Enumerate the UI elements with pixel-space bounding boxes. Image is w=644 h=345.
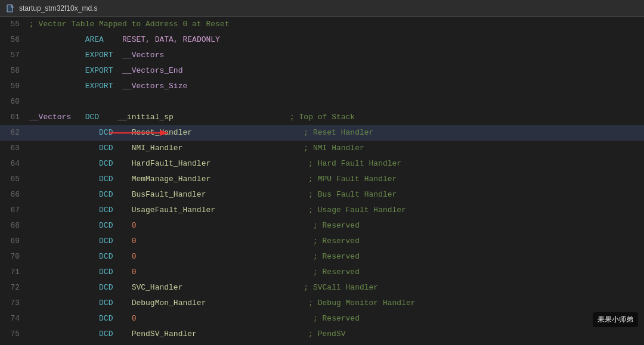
line-content: DCD BusFault_Handler ; Bus Fault Handler [27,187,644,203]
line-content: ; Vector Table Mapped to Address 0 at Re… [27,17,644,32]
code-line: 70 DCD 0 ; Reserved [0,249,644,265]
line-number: 58 [0,63,27,79]
line-number: 61 [0,110,27,125]
file-icon [6,4,16,13]
line-content: EXPORT __Vectors_End [27,63,644,79]
line-content: DCD NMI_Handler ; NMI Handler [27,141,644,156]
code-line: 67 DCD UsageFault_Handler ; Usage Fault … [0,203,644,218]
code-line: 61__Vectors DCD __initial_sp ; Top of St… [0,110,644,125]
line-number: 73 [0,296,27,311]
tab-filename: startup_stm32f10x_md.s [19,4,97,13]
line-number: 71 [0,265,27,280]
line-number: 57 [0,48,27,63]
line-content: DCD 0 ; Reserved [27,249,644,265]
line-content: DCD 0 ; Reserved [27,234,644,249]
line-number: 65 [0,172,27,187]
line-content: DCD 0 ; Reserved [27,218,644,234]
line-content: __Vectors DCD __initial_sp ; Top of Stac… [27,110,644,125]
line-content: DCD UsageFault_Handler ; Usage Fault Han… [27,203,644,218]
code-line: 59 EXPORT __Vectors_Size [0,79,644,94]
line-number: 75 [0,327,27,342]
code-line: 76 DCD SysTick_Handler ; SysTick Handler [0,342,644,345]
line-content: DCD DebugMon_Handler ; Debug Monitor Han… [27,296,644,311]
code-line: 64 DCD HardFault_Handler ; Hard Fault Ha… [0,156,644,172]
line-content: DCD SVC_Handler ; SVCall Handler [27,280,644,296]
line-content: DCD HardFault_Handler ; Hard Fault Handl… [27,156,644,172]
line-number: 67 [0,203,27,218]
line-content: DCD PendSV_Handler ; PendSV [27,327,644,342]
code-line: 60 [0,94,644,110]
line-content: DCD 0 ; Reserved [27,311,644,327]
code-line: 66 DCD BusFault_Handler ; Bus Fault Hand… [0,187,644,203]
line-content: EXPORT __Vectors [27,48,644,63]
line-number: 66 [0,187,27,203]
line-number: 60 [0,94,27,110]
code-line: 74 DCD 0 ; Reserved [0,311,644,327]
line-content: DCD 0 ; Reserved [27,265,644,280]
code-line: 71 DCD 0 ; Reserved [0,265,644,280]
code-line: 62 DCD Reset_Handler ; Reset Handler [0,125,644,141]
line-content: DCD Reset_Handler ; Reset Handler [27,125,644,141]
line-number: 64 [0,156,27,172]
line-content: DCD SysTick_Handler ; SysTick Handler [27,342,644,345]
code-line: 65 DCD MemManage_Handler ; MPU Fault Han… [0,172,644,187]
line-content: AREA RESET, DATA, READONLY [27,32,644,48]
line-number: 56 [0,32,27,48]
code-line: 56 AREA RESET, DATA, READONLY [0,32,644,48]
line-content: EXPORT __Vectors_Size [27,79,644,94]
title-bar: startup_stm32f10x_md.s [0,0,644,17]
code-line: 63 DCD NMI_Handler ; NMI Handler [0,141,644,156]
line-number: 70 [0,249,27,265]
code-line: 73 DCD DebugMon_Handler ; Debug Monitor … [0,296,644,311]
line-number: 68 [0,218,27,234]
line-number: 72 [0,280,27,296]
line-number: 74 [0,311,27,327]
line-number: 55 [0,17,27,32]
code-line: 69 DCD 0 ; Reserved [0,234,644,249]
line-number: 59 [0,79,27,94]
line-number: 76 [0,342,27,345]
line-number: 63 [0,141,27,156]
line-content: DCD MemManage_Handler ; MPU Fault Handle… [27,172,644,187]
code-line: 58 EXPORT __Vectors_End [0,63,644,79]
code-line: 75 DCD PendSV_Handler ; PendSV [0,327,644,342]
code-line: 68 DCD 0 ; Reserved [0,218,644,234]
code-line: 57 EXPORT __Vectors [0,48,644,63]
line-number: 62 [0,125,27,141]
code-editor: 55; Vector Table Mapped to Address 0 at … [0,17,644,345]
code-line: 72 DCD SVC_Handler ; SVCall Handler [0,280,644,296]
svg-rect-0 [7,5,13,12]
line-number: 69 [0,234,27,249]
code-line: 55; Vector Table Mapped to Address 0 at … [0,17,644,32]
